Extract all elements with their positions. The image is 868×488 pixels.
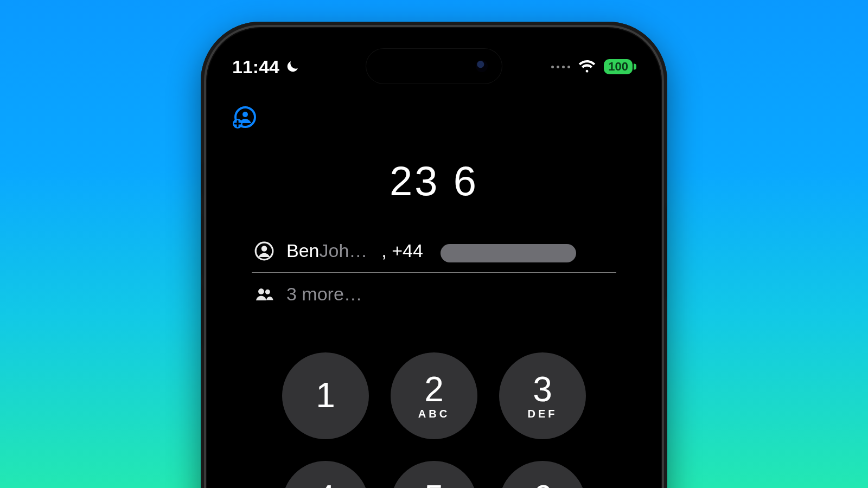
keypad-key-3[interactable]: 3 DEF	[499, 352, 586, 439]
status-left: 11:44	[232, 56, 300, 78]
add-contact-button[interactable]	[231, 105, 257, 131]
more-suggestions[interactable]: 3 more…	[252, 274, 616, 314]
wifi-icon	[578, 57, 596, 76]
do-not-disturb-icon	[285, 59, 300, 74]
cellular-dots-icon	[551, 66, 570, 68]
battery-indicator: 100	[604, 59, 633, 74]
keypad-key-6[interactable]: 6 MNO	[499, 461, 586, 488]
person-add-icon	[231, 105, 257, 131]
svg-point-5	[258, 288, 264, 294]
svg-point-4	[261, 246, 267, 251]
person-circle-icon	[254, 241, 275, 261]
contact-name: Ben Joh…	[286, 240, 367, 261]
contact-name-rest: Joh…	[320, 240, 368, 261]
svg-point-1	[242, 112, 248, 117]
keypad-key-4[interactable]: 4 GHI	[282, 461, 369, 488]
battery-percent: 100	[608, 61, 628, 73]
keypad-letters: DEF	[528, 408, 558, 420]
keypad: 1 2 ABC 3 DEF 4 GHI 5 JKL 6 MNO	[208, 352, 660, 488]
status-right: 100	[551, 57, 636, 76]
keypad-key-1[interactable]: 1	[282, 352, 369, 439]
contact-number-prefix: , +44	[381, 240, 423, 261]
screen: 11:44 100	[208, 29, 660, 488]
dynamic-island	[366, 49, 502, 84]
keypad-digit: 1	[316, 378, 335, 413]
keypad-digit: 4	[316, 480, 335, 489]
people-icon	[254, 284, 275, 305]
keypad-digit: 6	[533, 480, 552, 489]
front-camera	[476, 60, 488, 72]
more-suggestions-label: 3 more…	[286, 284, 362, 305]
keypad-key-2[interactable]: 2 ABC	[391, 352, 477, 439]
keypad-key-5[interactable]: 5 JKL	[391, 461, 477, 488]
svg-point-6	[265, 289, 270, 294]
dialed-number: 23 6	[208, 157, 660, 204]
phone-frame: 11:44 100	[201, 22, 667, 488]
contact-number-redacted	[441, 244, 576, 262]
keypad-digit: 5	[424, 480, 444, 489]
status-time: 11:44	[232, 56, 279, 78]
divider	[252, 272, 616, 273]
suggestions-list: Ben Joh… , +44 3 more…	[252, 230, 616, 314]
keypad-digit: 3	[533, 372, 552, 407]
contact-suggestion[interactable]: Ben Joh… , +44	[252, 230, 616, 271]
keypad-letters: ABC	[418, 408, 450, 420]
keypad-digit: 2	[424, 372, 444, 407]
contact-name-match: Ben	[286, 240, 320, 261]
